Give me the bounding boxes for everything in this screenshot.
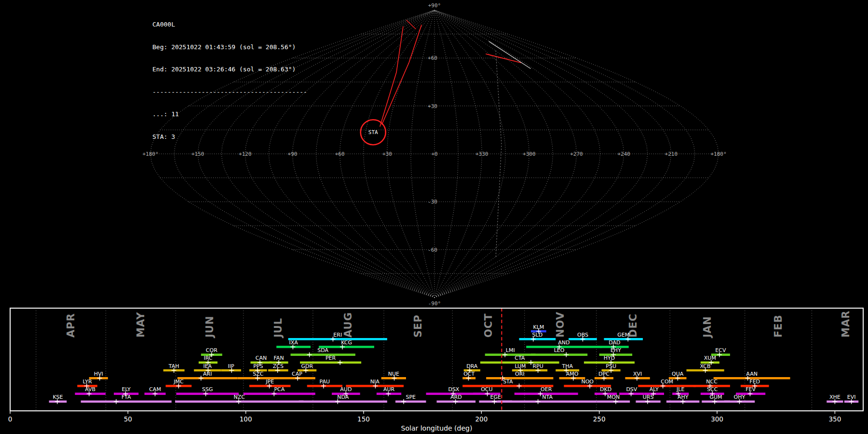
shower-label-NZC: NZC — [234, 394, 245, 400]
shower-label-IEA: IEA — [203, 363, 212, 369]
shower-label-KSE: KSE — [53, 394, 63, 400]
longitude-label: +330 — [475, 151, 488, 157]
meridian-line — [434, 10, 577, 298]
longitude-label: +0 — [431, 151, 437, 157]
shower-label-FTA: FTA — [122, 394, 131, 400]
shower-label-AAN: AAN — [746, 371, 758, 377]
longitude-label: +270 — [570, 151, 583, 157]
shower-label-URS: URS — [643, 394, 654, 400]
shower-label-CAP: CAP — [292, 371, 302, 377]
shower-label-SCC: SCC — [707, 386, 718, 393]
shower-label-DSV: DSV — [626, 386, 637, 393]
shower-label-FEV: FEV — [746, 386, 756, 393]
shower-label-DAD: DAD — [609, 339, 620, 346]
shower-label-AUR: AUR — [383, 386, 395, 393]
shower-label-ARD: ARD — [450, 394, 462, 400]
shower-label-IIP: IIP — [228, 363, 234, 369]
x-axis-title: Solar longitude (deg) — [401, 424, 473, 432]
shower-label-XCB: XCB — [700, 363, 711, 369]
shower-label-ERI: ERI — [333, 332, 342, 338]
shower-label-OCT: OCT — [463, 371, 475, 377]
month-label: FEB — [773, 314, 784, 338]
shower-label-EGE: EGE — [490, 394, 501, 400]
shower-label-KLM: KLM — [533, 324, 544, 330]
shower-label-OCU: OCU — [481, 386, 492, 393]
shower-label-ELY: ELY — [122, 386, 131, 393]
shower-label-PAU: PAU — [320, 379, 330, 385]
begin-time-line: Beg: 20251022 01:43:59 (sol = 208.56°) — [152, 43, 307, 51]
shower-label-LYR: LYR — [83, 379, 92, 385]
longitude-label: +210 — [665, 151, 678, 157]
longitude-label: +180° — [710, 151, 726, 157]
x-tick-label: 350 — [828, 415, 841, 423]
shower-label-XVI: XVI — [633, 371, 642, 377]
meridian-line — [387, 10, 434, 298]
sky-map-and-activity-plot: +90°+60+30-30-60-90°+180°+150+120+90+60+… — [0, 0, 868, 434]
radiant-label: STA — [368, 129, 378, 136]
separator-line: ----------------------------------------… — [152, 88, 307, 96]
month-label: JUL — [272, 318, 284, 339]
latitude-label: +30 — [428, 103, 437, 109]
meridian-line — [316, 10, 434, 298]
month-label: SEP — [412, 314, 424, 338]
shower-label-CAN: CAN — [256, 355, 267, 361]
shower-label-LEO: LEO — [554, 347, 565, 353]
shower-label-TAH: TAH — [168, 363, 179, 369]
shower-label-PPS: PPS — [253, 363, 263, 369]
shower-label-JPE: JPE — [265, 379, 274, 385]
shower-label-IXA: IXA — [289, 339, 298, 346]
month-label: JUN — [204, 316, 216, 339]
end-time-line: End: 20251022 03:26:46 (sol = 208.63°) — [152, 66, 307, 73]
shower-label-OER: OER — [541, 386, 552, 393]
longitude-label: +240 — [617, 151, 630, 157]
shower-label-NDA: NDA — [337, 394, 349, 400]
shower-label-LUM: LUM — [515, 363, 526, 369]
shower-label-XHE: XHE — [829, 394, 841, 400]
shower-label-CTA: CTA — [515, 355, 525, 361]
latitude-label: -90° — [428, 300, 441, 307]
shower-label-AMO: AMO — [566, 371, 579, 377]
shower-label-XUM: XUM — [704, 355, 716, 361]
meridian-line — [434, 10, 505, 298]
shower-label-GEM: GEM — [617, 332, 629, 338]
shower-label-AND: AND — [558, 339, 570, 346]
shower-label-SPE: SPE — [406, 394, 416, 400]
longitude-label: +30 — [382, 151, 392, 157]
meteor-trail — [486, 54, 521, 63]
latitude-label: +60 — [428, 55, 437, 61]
shower-label-JMC: JMC — [173, 379, 184, 385]
latitude-label: -60 — [428, 247, 437, 253]
meteor-trail — [380, 27, 403, 126]
shower-label-AVB: AVB — [85, 386, 95, 393]
shower-label-HYD: HYD — [604, 355, 615, 361]
shower-label-DPC: DPC — [598, 371, 610, 377]
month-label: MAY — [135, 312, 147, 338]
meteor-observation-report: +90°+60+30-30-60-90°+180°+150+120+90+60+… — [0, 0, 868, 434]
shower-label-SZC: SZC — [253, 371, 264, 377]
shower-label-IRC: IRC — [203, 355, 212, 361]
longitude-label: +60 — [335, 151, 345, 157]
latitude-label: -30 — [428, 199, 437, 205]
month-label: APR — [65, 313, 77, 338]
shower-label-DKD: DKD — [600, 386, 611, 393]
shower-label-PCA: PCA — [274, 386, 285, 393]
month-label: OCT — [483, 313, 494, 338]
shower-label-DSX: DSX — [448, 386, 459, 393]
shower-label-GDR: GDR — [301, 363, 313, 369]
x-tick-label: 300 — [711, 415, 723, 423]
shower-label-EVI: EVI — [847, 394, 856, 400]
longitude-label: +300 — [523, 151, 536, 157]
shower-label-QUA: QUA — [672, 371, 684, 377]
month-label: NOV — [555, 312, 566, 338]
meridian-line — [293, 10, 435, 298]
shower-label-DRA: DRA — [466, 363, 478, 369]
x-tick-label: 50 — [124, 415, 132, 423]
shower-label-COR: COR — [206, 347, 217, 353]
observation-summary: CA000L Beg: 20251022 01:43:59 (sol = 208… — [152, 6, 307, 155]
shower-label-NUE: NUE — [388, 371, 399, 377]
shower-label-HVI: HVI — [94, 371, 103, 377]
shower-label-JLE: JLE — [676, 386, 684, 393]
shower-label-ORI: ORI — [515, 371, 525, 377]
shower-label-OHY: OHY — [734, 394, 746, 400]
shower-label-CAM: CAM — [149, 386, 161, 393]
